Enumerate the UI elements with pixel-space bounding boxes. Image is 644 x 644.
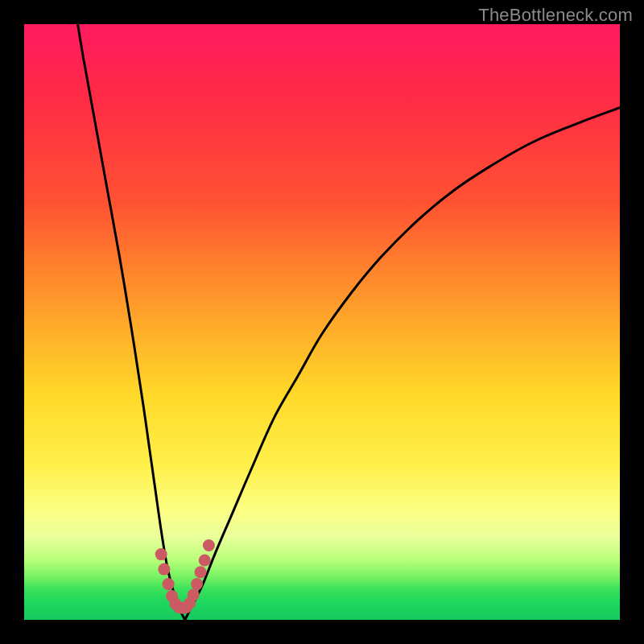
- trough-marker: [158, 564, 170, 576]
- trough-marker: [191, 578, 203, 590]
- chart-frame: TheBottleneck.com: [0, 0, 644, 644]
- trough-marker: [155, 548, 167, 560]
- plot-area: [24, 24, 620, 620]
- trough-marker: [199, 555, 211, 567]
- trough-marker: [188, 588, 200, 601]
- watermark-text: TheBottleneck.com: [478, 5, 633, 26]
- curve-layer: [24, 24, 620, 620]
- curve-left-branch: [78, 24, 185, 620]
- trough-marker: [163, 578, 175, 590]
- trough-marker: [203, 539, 215, 551]
- trough-marker: [195, 566, 207, 578]
- curve-right-branch: [185, 108, 620, 620]
